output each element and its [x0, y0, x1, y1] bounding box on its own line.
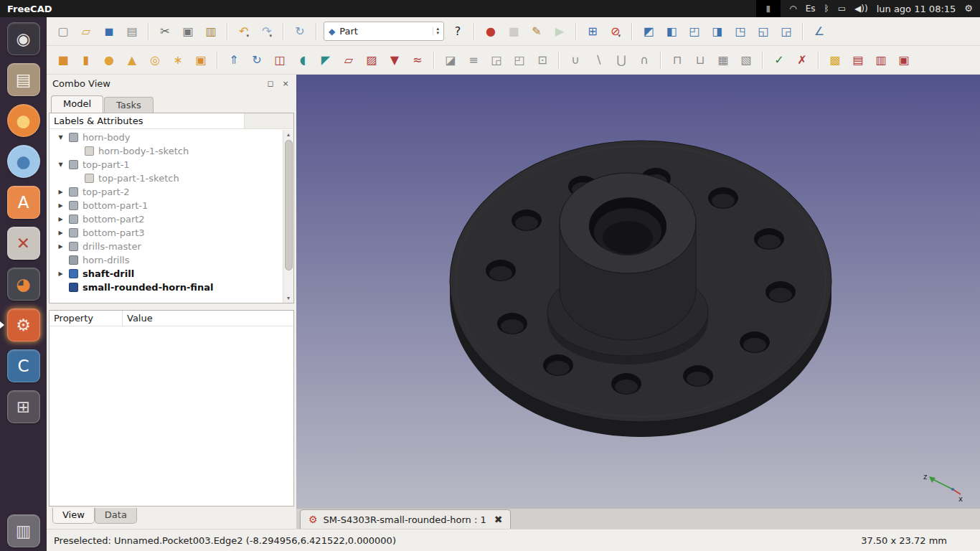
boolean-fragments-button[interactable]: ▩: [826, 51, 844, 70]
workbench-selector[interactable]: ◆Part▴▾: [324, 22, 444, 41]
boolean-cut-button[interactable]: ∖: [589, 51, 608, 70]
join-connect-button[interactable]: ⊓: [668, 51, 687, 70]
macro-edit-button[interactable]: ✎: [527, 22, 546, 41]
scroll-thumb[interactable]: [285, 140, 293, 270]
make-face-button[interactable]: ▱: [339, 51, 358, 70]
clock-label[interactable]: lun ago 11 08:15: [877, 4, 956, 14]
slice-button[interactable]: ▥: [872, 51, 890, 70]
tree-item[interactable]: small-rounded-horn-final: [50, 281, 293, 294]
volume-icon[interactable]: ◀)): [854, 0, 868, 17]
sphere-button[interactable]: ●: [100, 51, 118, 70]
loft-button[interactable]: ▼: [385, 51, 404, 70]
new-document-button[interactable]: ▢: [54, 22, 72, 41]
launcher-item-freecad[interactable]: ⚙: [0, 309, 47, 342]
chamfer-button[interactable]: ◤: [316, 51, 335, 70]
float-panel-icon[interactable]: ◻: [265, 79, 275, 88]
boolean-union-button[interactable]: ⋃: [612, 51, 631, 70]
zoom-box-button[interactable]: ⊞: [583, 22, 602, 41]
make-compound-button[interactable]: ▦: [714, 51, 732, 70]
view-rear-button[interactable]: ◳: [731, 22, 750, 41]
cross-sections-button[interactable]: ≡: [464, 51, 483, 70]
print-button[interactable]: ▤: [123, 22, 141, 41]
offset-2d-button[interactable]: ◰: [510, 51, 529, 70]
measure-distance-button[interactable]: ∠: [810, 22, 829, 41]
collapse-arrow-icon[interactable]: ▼: [57, 161, 65, 168]
value-column-header[interactable]: Value: [123, 311, 293, 326]
mirror-button[interactable]: ◫: [270, 51, 289, 70]
launcher-item-workspace-switcher[interactable]: ⊞: [0, 390, 47, 423]
undo-button[interactable]: ↶▾: [235, 22, 253, 41]
expand-arrow-icon[interactable]: ▶: [57, 202, 65, 209]
revolve-button[interactable]: ↻: [248, 51, 266, 70]
check-geometry-button[interactable]: ✓: [770, 51, 788, 70]
tab-model[interactable]: Model: [51, 95, 103, 113]
tree-item[interactable]: ▼horn-body: [50, 131, 293, 144]
section-button[interactable]: ◪: [441, 51, 460, 70]
view-top-button[interactable]: ◰: [685, 22, 704, 41]
redo-button[interactable]: ↷▾: [258, 22, 276, 41]
tree-scrollbar[interactable]: ▴ ▾: [283, 130, 293, 303]
tree-item[interactable]: ▼top-part-1: [50, 158, 293, 171]
tree-item[interactable]: ▶bottom-part-1: [50, 199, 293, 212]
session-menu-icon[interactable]: ⚙: [964, 0, 973, 17]
part-model[interactable]: [296, 75, 980, 508]
bluetooth-icon[interactable]: ᛒ: [824, 0, 829, 17]
defeaturing-button[interactable]: ✗: [793, 51, 811, 70]
tree-item[interactable]: top-part-1-sketch: [50, 171, 293, 185]
refresh-button[interactable]: ↻: [291, 22, 309, 41]
view-right-button[interactable]: ◨: [708, 22, 727, 41]
tree-item[interactable]: ▶bottom-part2: [50, 212, 293, 226]
thickness-button[interactable]: ⊡: [533, 51, 552, 70]
torus-button[interactable]: ◎: [146, 51, 164, 70]
3d-view[interactable]: x z: [296, 75, 980, 508]
view-isometric-button[interactable]: ◩: [639, 22, 658, 41]
tab-data[interactable]: Data: [95, 508, 137, 524]
slice-apart-button[interactable]: ▤: [849, 51, 867, 70]
explode-compound-button[interactable]: ▧: [737, 51, 755, 70]
expand-arrow-icon[interactable]: ▶: [57, 189, 65, 195]
expand-arrow-icon[interactable]: ▶: [57, 216, 65, 222]
ruled-surface-button[interactable]: ▨: [362, 51, 381, 70]
fillet-button[interactable]: ◖: [293, 51, 312, 70]
extrude-button[interactable]: ⇑: [225, 51, 243, 70]
boolean-intersection-button[interactable]: ∩: [635, 51, 654, 70]
spin-down-icon[interactable]: ▾: [436, 32, 439, 36]
scroll-down-icon[interactable]: ▾: [287, 293, 290, 303]
boolean-button[interactable]: ∪: [566, 51, 585, 70]
keyboard-layout-icon[interactable]: Es: [806, 0, 816, 17]
close-panel-icon[interactable]: ×: [281, 79, 291, 88]
launcher-item-ubuntu-software[interactable]: A: [0, 186, 47, 219]
network-wifi-icon[interactable]: ◠: [789, 0, 796, 17]
launcher-item-system-settings[interactable]: ✕: [0, 227, 47, 260]
copy-button[interactable]: ▣: [179, 22, 197, 41]
whats-this-button[interactable]: ?: [448, 22, 467, 41]
expand-arrow-icon[interactable]: ▶: [57, 230, 65, 236]
macro-record-button[interactable]: ●: [481, 22, 500, 41]
offset-3d-button[interactable]: ◲: [487, 51, 506, 70]
tab-view[interactable]: View: [52, 508, 95, 524]
launcher-item-blender[interactable]: ◕: [0, 268, 47, 301]
tree-item[interactable]: ▶bottom-part3: [50, 226, 293, 240]
collapse-arrow-icon[interactable]: ▼: [57, 134, 65, 141]
launcher-item-trash[interactable]: ▥: [0, 514, 47, 547]
view-left-button[interactable]: ◲: [777, 22, 796, 41]
workbench-spin-buttons[interactable]: ▴▾: [433, 27, 439, 36]
tree-item[interactable]: ▶drills-master: [50, 240, 293, 253]
cone-button[interactable]: ▲: [123, 51, 141, 70]
tree-column-header[interactable]: Labels & Attributes: [50, 113, 245, 128]
sweep-button[interactable]: ≈: [408, 51, 427, 70]
tab-tasks[interactable]: Tasks: [104, 97, 154, 113]
tree-item[interactable]: ▶top-part-2: [50, 185, 293, 199]
shape-builder-button[interactable]: ▣: [192, 51, 210, 70]
draw-style-button[interactable]: ⊘▾: [606, 22, 625, 41]
tree-item[interactable]: horn-body-1-sketch: [50, 144, 293, 158]
boolean-xor-button[interactable]: ▣: [895, 51, 913, 70]
open-document-button[interactable]: ▱: [77, 22, 95, 41]
join-embed-button[interactable]: ⊔: [691, 51, 710, 70]
scroll-up-icon[interactable]: ▴: [287, 130, 290, 139]
cylinder-button[interactable]: ▮: [77, 51, 95, 70]
save-document-button[interactable]: ◼: [100, 22, 118, 41]
expand-arrow-icon[interactable]: ▶: [57, 270, 65, 277]
launcher-item-chromium[interactable]: ●: [0, 145, 47, 178]
tree-item[interactable]: ▶shaft-drill: [50, 267, 293, 281]
